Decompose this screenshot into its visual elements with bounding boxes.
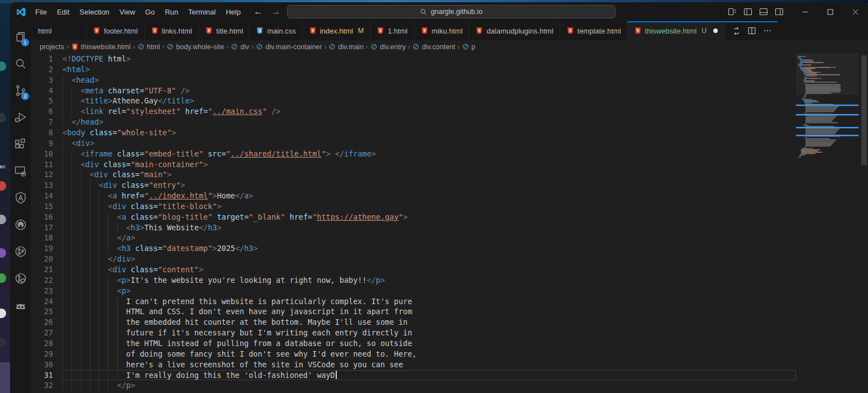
code-line-23[interactable]: <p>: [63, 286, 796, 296]
more-actions-button[interactable]: [760, 23, 775, 38]
code-line-24[interactable]: I can't pretend this website is particul…: [63, 296, 796, 307]
line-number: 18: [31, 233, 53, 243]
code-line-26[interactable]: the embedded hit counter at the bottom. …: [63, 317, 796, 328]
breadcrumb-item-p[interactable]: p: [462, 43, 475, 51]
code-line-18[interactable]: </a>: [63, 233, 796, 243]
code-line-15[interactable]: <div class="title-block">: [63, 201, 796, 212]
tab-miku.html[interactable]: 5miku.html: [414, 21, 470, 40]
code-line-7[interactable]: </head>: [63, 117, 796, 127]
breadcrumb-item-div.main-container[interactable]: div.main-container: [256, 43, 322, 51]
customize-layout-button[interactable]: [724, 4, 740, 20]
code-line-4[interactable]: <meta charset="UTF-8" />: [63, 86, 796, 96]
code-line-6[interactable]: <link rel="stylesheet" href="../main.css…: [63, 106, 796, 117]
activity-item-godot-tools[interactable]: [10, 292, 31, 319]
split-editor-button[interactable]: [745, 23, 759, 38]
menu-file[interactable]: File: [30, 2, 52, 21]
tab-thiswebsite.html[interactable]: 5thiswebsite.htmlU: [628, 21, 725, 40]
menu-view[interactable]: View: [115, 2, 140, 21]
breadcrumb-item-div.content[interactable]: div.content: [412, 43, 455, 51]
menu-edit[interactable]: Edit: [52, 2, 74, 21]
code-line-30[interactable]: here's a live screenshot of the site in …: [63, 359, 796, 370]
maximize-button[interactable]: [818, 2, 843, 21]
code-line-8[interactable]: <body class="whole-site">: [63, 127, 796, 138]
activity-item-gitlens[interactable]: [10, 265, 31, 292]
line-number: 8: [31, 127, 53, 138]
code-line-22[interactable]: <p>It's the website you're looking at ri…: [63, 275, 796, 286]
toggle-panel-button[interactable]: [756, 4, 771, 20]
code-line-1[interactable]: <!DOCTYPE html>: [63, 54, 796, 64]
activity-item-run-and-debug[interactable]: [10, 104, 31, 131]
activity-item-explorer[interactable]: 1: [10, 23, 31, 50]
code-line-16[interactable]: <a class="blog-title" target="_blank" hr…: [63, 212, 796, 222]
toggle-primary-sidebar-button[interactable]: [740, 4, 756, 20]
tab-dalamudplugins.html[interactable]: 5dalamudplugins.html: [469, 21, 560, 40]
breadcrumb-item-div[interactable]: div: [231, 43, 249, 51]
breadcrumb-item-div.main[interactable]: div.main: [328, 43, 364, 51]
code-line-28[interactable]: the HTML instead of pulling from a datab…: [63, 338, 796, 349]
symbol-icon: [231, 43, 238, 50]
close-button[interactable]: [843, 2, 868, 21]
scrollbar[interactable]: [860, 53, 868, 393]
activity-item-remote-explorer[interactable]: [10, 158, 31, 184]
activity-item-git-graph[interactable]: [10, 238, 31, 265]
code-text: <title>Athene.Gay</title>: [63, 96, 194, 106]
activity-badge: 2: [21, 92, 29, 100]
breadcrumb-item-thiswebsite.html[interactable]: 5thiswebsite.html: [71, 43, 131, 51]
tab-template.html[interactable]: 5template.html: [560, 21, 628, 40]
indent-guides: [63, 233, 117, 243]
code-line-3[interactable]: <head>: [63, 75, 796, 86]
menu-selection[interactable]: Selection: [74, 2, 114, 21]
code-line-17[interactable]: <h3>This Website</h3>: [63, 222, 796, 233]
code-line-13[interactable]: <div class="entry">: [63, 180, 796, 191]
toggle-secondary-sidebar-button[interactable]: [771, 4, 787, 20]
code-line-25[interactable]: HTML and CSS. I don't even have any java…: [63, 306, 796, 317]
tab-links.html[interactable]: 5links.html: [145, 21, 199, 40]
indent-guides: [63, 359, 126, 370]
code-line-14[interactable]: <a href="../index.html">Home</a>: [63, 191, 796, 201]
menu-go[interactable]: Go: [140, 2, 160, 21]
indent-guides: [63, 243, 117, 254]
scrollbar-thumb[interactable]: [861, 55, 867, 165]
nav-back-button[interactable]: ←: [250, 2, 266, 21]
code-line-21[interactable]: <div class="content">: [63, 264, 796, 275]
command-center[interactable]: gnargle.github.io: [287, 5, 616, 18]
breadcrumb-label: div.main-container: [265, 43, 322, 51]
activity-item-search[interactable]: [10, 50, 31, 77]
activity-item-source-control[interactable]: 2: [10, 77, 31, 104]
breadcrumb-item-projects[interactable]: projects: [40, 43, 64, 51]
tab-index.html[interactable]: 5index.htmlM: [303, 21, 371, 40]
code-line-31[interactable]: I'm really doing this the 'old-fashioned…: [63, 370, 796, 381]
tab-main.css[interactable]: 3main.css: [250, 21, 302, 40]
menu-help[interactable]: Help: [221, 2, 246, 21]
nav-forward-button[interactable]: →: [268, 2, 284, 21]
breadcrumb-separator: ›: [324, 43, 326, 51]
activity-item-angular[interactable]: [10, 184, 31, 211]
code-line-20[interactable]: </div>: [63, 254, 796, 264]
code-line-12[interactable]: <div class="main">: [63, 169, 796, 180]
tab-title.html[interactable]: 5title.html: [199, 21, 250, 40]
tab-1.html[interactable]: 51.html: [370, 21, 414, 40]
code-line-10[interactable]: <iframe class="embed-title" src="../shar…: [63, 149, 796, 159]
menu-run[interactable]: Run: [160, 2, 183, 21]
minimap[interactable]: [796, 53, 859, 393]
open-changes-button[interactable]: [729, 23, 743, 38]
code-line-5[interactable]: <title>Athene.Gay</title>: [63, 96, 796, 106]
file-type-icon: 5: [566, 27, 574, 35]
code-line-9[interactable]: <div>: [63, 138, 796, 149]
code-line-19[interactable]: <h3 class="datestamp">2025</h3>: [63, 243, 796, 254]
tab-html[interactable]: html: [31, 21, 87, 40]
breadcrumb-item-html[interactable]: html: [137, 43, 160, 51]
code-line-29[interactable]: of doing some fancy shit I don't see why…: [63, 349, 796, 359]
code-line-11[interactable]: <div class="main-container">: [63, 159, 796, 170]
breadcrumb-item-body.whole-site[interactable]: body.whole-site: [166, 43, 224, 51]
code-line-32[interactable]: </p>: [63, 380, 796, 391]
activity-item-github[interactable]: [10, 211, 31, 238]
editor[interactable]: 1234567891011121314151617181920212223242…: [31, 53, 868, 393]
tab-footer.html[interactable]: 5footer.html: [87, 21, 145, 40]
code-line-2[interactable]: <html>: [63, 64, 796, 75]
activity-item-extensions[interactable]: [10, 131, 31, 158]
menu-terminal[interactable]: Terminal: [183, 2, 221, 21]
breadcrumb-item-div.entry[interactable]: div.entry: [370, 43, 406, 51]
code-line-27[interactable]: future if it's necessary but I'm writing…: [63, 328, 796, 338]
minimize-button[interactable]: [793, 2, 818, 21]
